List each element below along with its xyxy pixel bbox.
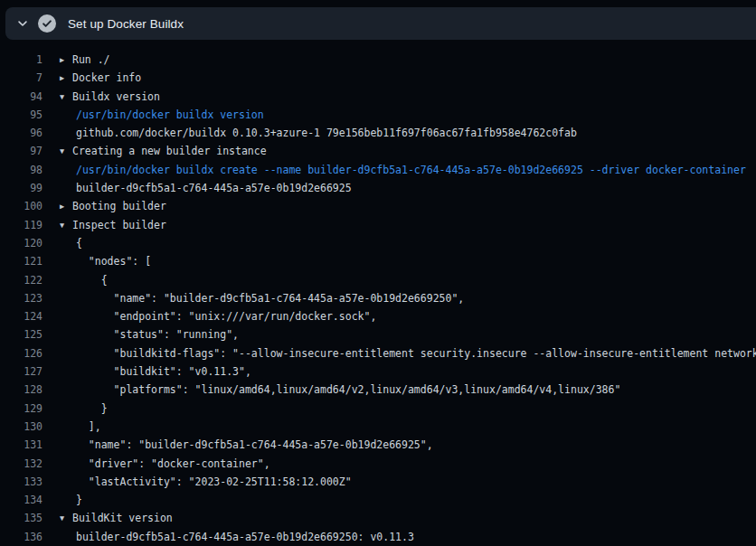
line-text: Creating a new builder instance (72, 142, 267, 160)
step-title: Set up Docker Buildx (68, 17, 184, 31)
log-line: 121 "nodes": [ (0, 252, 756, 270)
log-line: 96 github.com/docker/buildx 0.10.3+azure… (0, 124, 756, 142)
arrow-slot (60, 271, 72, 289)
log-line: 124 "endpoint": "unix:///var/run/docker.… (0, 307, 756, 325)
log-line[interactable]: 135 ▼ BuildKit version (0, 509, 756, 527)
arrow-slot (60, 252, 72, 270)
arrow-slot (60, 418, 72, 436)
log-line: 98 /usr/bin/docker buildx create --name … (0, 161, 756, 179)
log-line: 125 "status": "running", (0, 325, 756, 344)
log-line[interactable]: 100 ▶ Booting builder (0, 197, 756, 215)
line-text: { (72, 271, 108, 289)
line-number[interactable]: 124 (0, 307, 43, 325)
group-arrow-collapsed-icon[interactable]: ▶ (60, 51, 72, 69)
line-text: Docker info (72, 69, 141, 87)
line-number[interactable]: 131 (0, 436, 43, 454)
line-text: "buildkit": "v0.11.3", (72, 362, 251, 381)
arrow-slot (60, 344, 72, 362)
line-text: ], (72, 418, 101, 436)
line-number[interactable]: 125 (0, 325, 43, 344)
line-number[interactable]: 119 (0, 216, 43, 234)
log-line: 132 "driver": "docker-container", (0, 455, 756, 473)
line-number[interactable]: 121 (0, 252, 43, 270)
log-line: 120 { (0, 234, 756, 252)
line-number[interactable]: 95 (0, 106, 43, 124)
line-number[interactable]: 97 (0, 142, 43, 160)
line-number[interactable]: 100 (0, 197, 43, 215)
line-text: "platforms": "linux/amd64,linux/amd64/v2… (72, 381, 620, 399)
line-text: github.com/docker/buildx 0.10.3+azure-1 … (72, 124, 577, 142)
line-text: Run ./ (72, 51, 110, 69)
arrow-slot (60, 491, 72, 509)
line-number[interactable]: 128 (0, 381, 43, 399)
line-text: Buildx version (72, 88, 160, 106)
log-line: 136 builder-d9cfb5a1-c764-445a-a57e-0b19… (0, 528, 756, 546)
step-header[interactable]: Set up Docker Buildx (5, 7, 756, 40)
log-line: 126 "buildkitd-flags": "--allow-insecure… (0, 344, 756, 362)
line-number[interactable]: 1 (0, 51, 43, 69)
line-number[interactable]: 123 (0, 289, 43, 307)
log-line[interactable]: 119 ▼ Inspect builder (0, 216, 756, 234)
group-arrow-collapsed-icon[interactable]: ▶ (60, 197, 72, 215)
chevron-down-icon[interactable] (15, 16, 30, 31)
log-line: 130 ], (0, 418, 756, 436)
line-number[interactable]: 98 (0, 161, 43, 179)
log-line[interactable]: 94 ▼ Buildx version (0, 88, 756, 106)
arrow-slot (60, 124, 72, 142)
log-line[interactable]: 7 ▶ Docker info (0, 69, 756, 87)
check-circle-icon (38, 14, 56, 33)
line-number[interactable]: 130 (0, 418, 43, 436)
arrow-slot (60, 289, 72, 307)
line-text: /usr/bin/docker buildx version (72, 106, 264, 124)
line-text: Booting builder (72, 197, 166, 215)
group-arrow-expanded-icon[interactable]: ▼ (60, 88, 72, 106)
line-text: "lastActivity": "2023-02-25T11:58:12.000… (72, 473, 352, 491)
log-line: 123 "name": "builder-d9cfb5a1-c764-445a-… (0, 289, 756, 307)
line-number[interactable]: 99 (0, 179, 43, 197)
log: 1 ▶ Run ./ 7 ▶ Docker info 94 ▼ Buildx v… (0, 51, 756, 546)
log-line: 134 } (0, 491, 756, 509)
line-number[interactable]: 135 (0, 509, 43, 527)
log-line: 129 } (0, 400, 756, 418)
line-text: Inspect builder (72, 216, 166, 234)
line-number[interactable]: 120 (0, 234, 43, 252)
line-text: builder-d9cfb5a1-c764-445a-a57e-0b19d2e6… (72, 179, 352, 197)
group-arrow-collapsed-icon[interactable]: ▶ (60, 69, 72, 87)
log-line[interactable]: 97 ▼ Creating a new builder instance (0, 142, 756, 160)
line-number[interactable]: 129 (0, 400, 43, 418)
line-text: "status": "running", (72, 325, 239, 344)
line-text: "nodes": [ (72, 252, 151, 270)
line-number[interactable]: 122 (0, 271, 43, 289)
line-number[interactable]: 127 (0, 362, 43, 381)
line-number[interactable]: 126 (0, 344, 43, 362)
line-text: "name": "builder-d9cfb5a1-c764-445a-a57e… (72, 289, 464, 307)
group-arrow-expanded-icon[interactable]: ▼ (60, 216, 72, 234)
arrow-slot (60, 234, 72, 252)
line-number[interactable]: 133 (0, 473, 43, 491)
line-text: BuildKit version (72, 509, 173, 527)
arrow-slot (60, 362, 72, 381)
log-line[interactable]: 1 ▶ Run ./ (0, 51, 756, 69)
arrow-slot (60, 400, 72, 418)
arrow-slot (60, 436, 72, 454)
line-text: "buildkitd-flags": "--allow-insecure-ent… (72, 344, 756, 362)
log-line: 122 { (0, 271, 756, 289)
line-text: "endpoint": "unix:///var/run/docker.sock… (72, 307, 376, 325)
line-number[interactable]: 94 (0, 88, 43, 106)
arrow-slot (60, 325, 72, 344)
group-arrow-expanded-icon[interactable]: ▼ (60, 509, 72, 527)
arrow-slot (60, 161, 72, 179)
line-text: "name": "builder-d9cfb5a1-c764-445a-a57e… (72, 436, 433, 454)
arrow-slot (60, 381, 72, 399)
line-number[interactable]: 132 (0, 455, 43, 473)
line-number[interactable]: 96 (0, 124, 43, 142)
group-arrow-expanded-icon[interactable]: ▼ (60, 142, 72, 160)
log-line: 128 "platforms": "linux/amd64,linux/amd6… (0, 381, 756, 399)
line-number[interactable]: 7 (0, 69, 43, 87)
line-text: } (72, 400, 108, 418)
line-number[interactable]: 134 (0, 491, 43, 509)
log-line: 99 builder-d9cfb5a1-c764-445a-a57e-0b19d… (0, 179, 756, 197)
line-text: } (72, 491, 82, 509)
line-number[interactable]: 136 (0, 528, 43, 546)
arrow-slot (60, 455, 72, 473)
